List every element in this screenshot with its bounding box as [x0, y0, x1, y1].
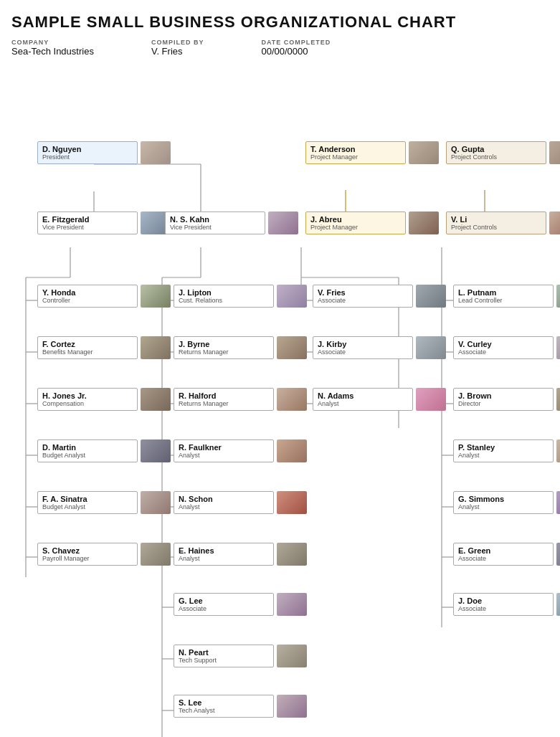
compiled-meta: COMPILED BY V. Fries — [151, 39, 204, 57]
node-e-haines: E. Haines Analyst — [174, 543, 310, 566]
photo-h-jones — [141, 388, 171, 411]
photo-j-doe — [556, 593, 560, 616]
node-g-lee: G. Lee Associate — [174, 593, 310, 616]
photo-s-lee — [277, 695, 307, 718]
photo-s-chavez — [141, 543, 171, 566]
photo-n-kahn — [268, 211, 298, 234]
node-j-brown: J. Brown Director — [453, 388, 560, 411]
photo-n-schon — [277, 491, 307, 514]
node-j-doe: J. Doe Associate — [453, 593, 560, 616]
node-g-simmons: G. Simmons Analyst — [453, 491, 560, 514]
node-s-chavez: S. Chavez Payroll Manager — [37, 543, 174, 566]
photo-q-gupta — [549, 141, 560, 164]
photo-r-halford — [277, 388, 307, 411]
node-f-cortez: F. Cortez Benefits Manager — [37, 336, 174, 359]
photo-n-peart — [277, 645, 307, 667]
photo-t-anderson — [409, 141, 439, 164]
photo-j-kirby — [416, 336, 446, 359]
node-n-peart: N. Peart Tech Support — [174, 645, 310, 667]
photo-v-curley — [556, 336, 560, 359]
node-p-stanley: P. Stanley Analyst — [453, 439, 560, 462]
node-d-martin: D. Martin Budget Analyst — [37, 439, 174, 462]
photo-j-lipton — [277, 285, 307, 308]
node-j-byrne: J. Byrne Returns Manager — [174, 336, 310, 359]
node-y-honda: Y. Honda Controller — [37, 285, 174, 308]
node-d-nguyen: D. Nguyen President — [37, 141, 174, 164]
photo-r-faulkner — [277, 439, 307, 462]
node-v-li: V. Li Project Controls — [446, 211, 560, 234]
company-meta: COMPANY Sea-Tech Industries — [11, 39, 94, 57]
node-s-lee: S. Lee Tech Analyst — [174, 695, 310, 718]
photo-j-abreu — [409, 211, 439, 234]
node-e-fitzgerald: E. Fitzgerald Vice President — [37, 211, 174, 234]
node-j-kirby: J. Kirby Associate — [313, 336, 449, 359]
photo-j-brown — [556, 388, 560, 411]
photo-d-nguyen — [141, 141, 171, 164]
page-title: SAMPLE SMALL BUSINESS ORGANIZATIONAL CHA… — [11, 13, 549, 32]
photo-v-fries — [416, 285, 446, 308]
node-n-kahn: N. S. Kahn Vice President — [165, 211, 301, 234]
node-t-anderson: T. Anderson Project Manager — [305, 141, 442, 164]
photo-j-byrne — [277, 336, 307, 359]
node-n-adams: N. Adams Analyst — [313, 388, 449, 411]
photo-p-stanley — [556, 439, 560, 462]
node-r-halford: R. Halford Returns Manager — [174, 388, 310, 411]
node-n-schon: N. Schon Analyst — [174, 491, 310, 514]
photo-n-adams — [416, 388, 446, 411]
meta-section: COMPANY Sea-Tech Industries COMPILED BY … — [11, 39, 549, 57]
photo-v-li — [549, 211, 560, 234]
node-l-putnam: L. Putnam Lead Controller — [453, 285, 560, 308]
node-v-curley: V. Curley Associate — [453, 336, 560, 359]
org-chart: D. Nguyen President T. Anderson Project … — [11, 70, 549, 737]
node-r-faulkner: R. Faulkner Analyst — [174, 439, 310, 462]
photo-l-putnam — [556, 285, 560, 308]
photo-e-haines — [277, 543, 307, 566]
node-j-lipton: J. Lipton Cust. Relations — [174, 285, 310, 308]
date-meta: DATE COMPLETED 00/00/0000 — [261, 39, 331, 57]
photo-e-green — [556, 543, 560, 566]
node-h-jones: H. Jones Jr. Compensation — [37, 388, 174, 411]
photo-fa-sinatra — [141, 491, 171, 514]
node-e-green: E. Green Associate — [453, 543, 560, 566]
photo-y-honda — [141, 285, 171, 308]
node-q-gupta: Q. Gupta Project Controls — [446, 141, 560, 164]
photo-g-lee — [277, 593, 307, 616]
photo-g-simmons — [556, 491, 560, 514]
node-j-abreu: J. Abreu Project Manager — [305, 211, 442, 234]
photo-d-martin — [141, 439, 171, 462]
node-v-fries: V. Fries Associate — [313, 285, 449, 308]
photo-f-cortez — [141, 336, 171, 359]
node-fa-sinatra: F. A. Sinatra Budget Analyst — [37, 491, 174, 514]
